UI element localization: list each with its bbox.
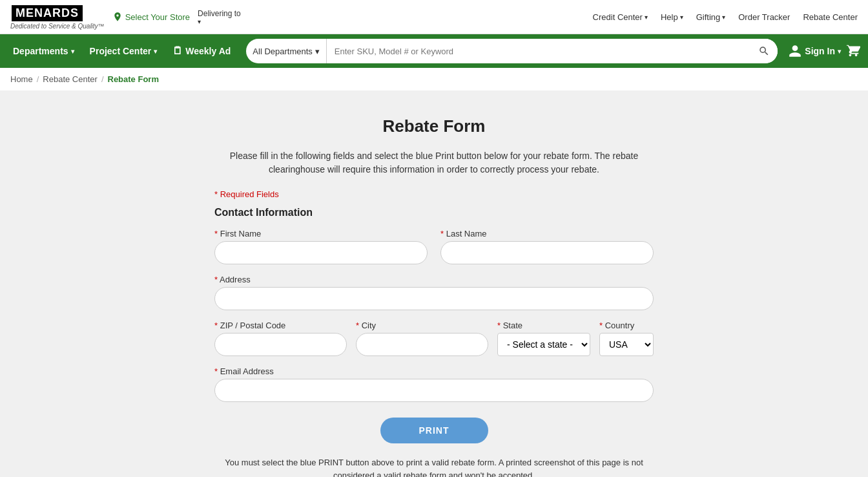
state-field: * State - Select a state -: [497, 321, 590, 356]
form-description-line1: Please fill in the following fields and …: [230, 151, 638, 161]
delivering-chevron: ▾: [198, 18, 241, 25]
first-name-label: * First Name: [214, 229, 428, 238]
breadcrumb: Home / Rebate Center / Rebate Form: [0, 68, 868, 90]
help-link[interactable]: Help▾: [661, 12, 683, 22]
search-input[interactable]: [327, 39, 751, 63]
project-center-nav[interactable]: Project Center ▾: [85, 43, 163, 59]
form-container: Rebate Form Please fill in the following…: [189, 103, 679, 477]
city-input[interactable]: [356, 333, 488, 356]
required-note: * Required Fields: [214, 189, 654, 199]
first-name-req: *: [214, 229, 218, 238]
shopping-cart-icon: [846, 43, 860, 58]
breadcrumb-sep-2: /: [101, 74, 104, 84]
country-select[interactable]: USA: [599, 333, 654, 356]
form-footer-note: You must select the blue PRINT button ab…: [214, 456, 654, 477]
departments-nav[interactable]: Departments ▾: [8, 43, 79, 59]
gifting-link[interactable]: Gifting▾: [696, 12, 726, 22]
location-icon: [112, 12, 123, 22]
credit-center-link[interactable]: Credit Center▾: [593, 12, 648, 22]
last-name-field: * Last Name: [440, 229, 654, 264]
location-row: * ZIP / Postal Code * City * State -: [214, 321, 654, 356]
search-button[interactable]: [750, 39, 778, 63]
top-bar-left: MENARDS Dedicated to Service & Quality™ …: [10, 4, 241, 30]
top-bar-right: Credit Center▾ Help▾ Gifting▾ Order Trac…: [593, 12, 858, 22]
top-bar: MENARDS Dedicated to Service & Quality™ …: [0, 0, 868, 34]
delivering-label: Delivering to: [198, 9, 241, 18]
city-label: * City: [356, 321, 488, 330]
zip-label: * ZIP / Postal Code: [214, 321, 347, 330]
first-name-field: * First Name: [214, 229, 428, 264]
weekly-ad-nav[interactable]: 🗒 Weekly Ad: [167, 43, 236, 59]
first-name-input[interactable]: [214, 241, 428, 264]
address-row: * Address: [214, 275, 654, 310]
order-tracker-link[interactable]: Order Tracker: [738, 12, 790, 22]
contact-section-title: Contact Information: [214, 207, 654, 218]
account-icon: [788, 44, 802, 58]
page-content: Rebate Form Please fill in the following…: [0, 90, 868, 477]
address-label: * Address: [214, 275, 654, 284]
last-name-req: *: [440, 229, 444, 238]
breadcrumb-sep-1: /: [37, 74, 39, 84]
search-container: All Departments ▾: [246, 39, 778, 63]
email-row: * Email Address: [214, 366, 654, 402]
email-field: * Email Address: [214, 366, 654, 402]
search-icon: [758, 45, 770, 57]
project-center-chevron: ▾: [154, 48, 157, 55]
form-description-line2: clearinghouse will require this informat…: [269, 164, 599, 175]
sign-in[interactable]: Sign In ▾: [788, 44, 841, 58]
breadcrumb-home[interactable]: Home: [10, 74, 33, 84]
form-title: Rebate Form: [214, 116, 654, 136]
state-select[interactable]: - Select a state -: [497, 333, 590, 356]
search-dept-chevron: ▾: [315, 47, 320, 56]
weekly-ad-icon: 🗒: [172, 45, 183, 57]
country-field: * Country USA: [599, 321, 654, 356]
menards-logo[interactable]: MENARDS: [10, 4, 84, 23]
name-row: * First Name * Last Name: [214, 229, 654, 264]
store-selector-label: Select Your Store: [125, 12, 190, 22]
cart-icon[interactable]: [846, 43, 860, 59]
zip-input[interactable]: [214, 333, 347, 356]
country-label: * Country: [599, 321, 654, 330]
breadcrumb-current: Rebate Form: [108, 74, 159, 84]
store-selector[interactable]: Select Your Store: [112, 12, 190, 22]
logo-tagline: Dedicated to Service & Quality™: [10, 23, 105, 30]
zip-field: * ZIP / Postal Code: [214, 321, 347, 356]
address-input[interactable]: [214, 287, 654, 310]
last-name-input[interactable]: [440, 241, 654, 264]
form-description: Please fill in the following fields and …: [214, 149, 654, 176]
search-department-selector[interactable]: All Departments ▾: [246, 39, 326, 63]
email-input[interactable]: [214, 379, 654, 402]
breadcrumb-rebate-center[interactable]: Rebate Center: [43, 74, 98, 84]
departments-chevron: ▾: [71, 48, 74, 55]
state-label: * State: [497, 321, 590, 330]
rebate-center-link[interactable]: Rebate Center: [803, 12, 858, 22]
last-name-label: * Last Name: [440, 229, 654, 238]
delivering[interactable]: Delivering to ▾: [198, 9, 241, 25]
nav-bar: Departments ▾ Project Center ▾ 🗒 Weekly …: [0, 34, 868, 68]
email-label: * Email Address: [214, 366, 654, 376]
logo-wrapper: MENARDS Dedicated to Service & Quality™: [10, 4, 105, 30]
address-field: * Address: [214, 275, 654, 310]
city-field: * City: [356, 321, 488, 356]
print-button[interactable]: PRINT: [380, 418, 488, 443]
sign-in-chevron: ▾: [838, 48, 841, 55]
